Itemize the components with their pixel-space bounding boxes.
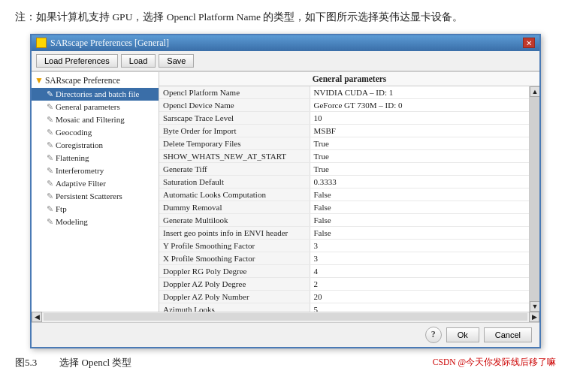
param-value-11: False [310, 226, 529, 239]
load-preferences-button[interactable]: Load Preferences [36, 54, 118, 68]
figure-number: 图5.3 [15, 356, 37, 369]
table-row: Doppler RG Poly Degree4 [159, 264, 529, 277]
param-value-16: 20 [310, 290, 529, 303]
table-row: Azimuth Looks5 [159, 303, 529, 312]
tree-item-icon-2: ✎ [47, 115, 53, 125]
param-value-0: NVIDIA CUDA – ID: 1 [310, 86, 529, 99]
table-row: X Profile Smoothing Factor3 [159, 252, 529, 264]
param-name-16: Doppler AZ Poly Number [159, 290, 310, 303]
figure-description: 选择 Opencl 类型 [59, 356, 131, 369]
tree-item-icon-10: ✎ [47, 217, 53, 227]
param-name-6: Generate Tiff [159, 162, 310, 175]
tree-item-adaptive-filter[interactable]: ✎ Adaptive Filter [32, 177, 159, 190]
param-name-0: Opencl Platform Name [159, 86, 310, 99]
tree-item-coregistration[interactable]: ✎ Coregistration [32, 139, 159, 152]
table-row: Delete Temporary FilesTrue [159, 137, 529, 149]
dialog-title: SARscape Preferences [General] [50, 38, 169, 49]
table-row: Insert geo points info in ENVI headerFal… [159, 226, 529, 239]
param-name-5: SHOW_WHATS_NEW_AT_START [159, 149, 310, 162]
tree-item-label-10: Modeling [56, 217, 88, 226]
tree-item-ftp[interactable]: ✎ Ftp [32, 203, 159, 216]
param-name-9: Dummy Removal [159, 201, 310, 213]
scroll-down-button[interactable]: ▼ [530, 301, 539, 312]
params-scrollbar[interactable]: ▲ ▼ [529, 86, 539, 312]
tree-item-directories[interactable]: ✎ Directories and batch file [32, 88, 159, 101]
hscroll-track [44, 313, 527, 321]
param-name-12: Y Profile Smoothing Factor [159, 239, 310, 252]
param-value-10: False [310, 213, 529, 226]
tree-item-icon-1: ✎ [47, 102, 53, 112]
save-button[interactable]: Save [159, 54, 194, 68]
tree-item-general[interactable]: ✎ General parameters [32, 101, 159, 113]
param-name-2: Sarscape Trace Level [159, 111, 310, 124]
tree-item-geocoding[interactable]: ✎ Geocoding [32, 126, 159, 139]
table-row: Opencl Platform NameNVIDIA CUDA – ID: 1 [159, 86, 529, 99]
scroll-up-button[interactable]: ▲ [530, 86, 539, 97]
tree-item-modeling[interactable]: ✎ Modeling [32, 216, 159, 228]
param-value-14: 4 [310, 264, 529, 277]
ok-button[interactable]: Ok [446, 327, 479, 342]
table-row: Generate TiffTrue [159, 162, 529, 175]
tree-item-label-2: Mosaic and Filtering [56, 115, 125, 124]
tree-item-label-8: Persistent Scatterers [56, 191, 122, 201]
dialog-close-button[interactable]: ✕ [523, 38, 535, 48]
table-row: Opencl Device NameGeForce GT 730M – ID: … [159, 98, 529, 111]
param-value-6: True [310, 162, 529, 175]
figure-caption: 图5.3 选择 Opencl 类型 CSDN @今天你发际线后移了嘛 [15, 356, 556, 369]
help-button[interactable]: ? [425, 327, 442, 343]
param-value-9: False [310, 201, 529, 213]
dialog-bottombar: ? Ok Cancel [32, 322, 539, 347]
table-row: SHOW_WHATS_NEW_AT_STARTTrue [159, 149, 529, 162]
param-value-17: 5 [310, 303, 529, 312]
table-row: Generate MultilookFalse [159, 213, 529, 226]
caption-left: 图5.3 选择 Opencl 类型 [15, 356, 131, 369]
tree-item-flattening[interactable]: ✎ Flattening [32, 152, 159, 164]
param-name-13: X Profile Smoothing Factor [159, 252, 310, 264]
cancel-button[interactable]: Cancel [484, 327, 532, 342]
tree-item-icon-0: ✎ [47, 89, 53, 99]
param-value-8: False [310, 188, 529, 201]
params-table: Opencl Platform NameNVIDIA CUDA – ID: 1O… [159, 86, 529, 312]
tree-item-label-7: Adaptive Filter [56, 179, 106, 188]
hscroll-left-button[interactable]: ◀ [32, 312, 42, 322]
tree-item-label-1: General parameters [56, 102, 120, 111]
figure-source: CSDN @今天你发际线后移了嘛 [433, 357, 556, 368]
param-name-3: Byte Order for Import [159, 124, 310, 137]
param-name-14: Doppler RG Poly Degree [159, 264, 310, 277]
table-row: Byte Order for ImportMSBF [159, 124, 529, 137]
param-name-1: Opencl Device Name [159, 98, 310, 111]
dialog-toolbar: Load Preferences Load Save [32, 51, 539, 71]
param-value-12: 3 [310, 239, 529, 252]
tree-item-label-9: Ftp [56, 204, 67, 213]
tree-item-icon-3: ✎ [47, 128, 53, 137]
table-row: Dummy RemovalFalse [159, 201, 529, 213]
param-value-1: GeForce GT 730M – ID: 0 [310, 98, 529, 111]
table-row: Automatic Looks ComputationFalse [159, 188, 529, 201]
tree-item-label-0: Directories and batch file [56, 89, 139, 98]
table-row: Sarscape Trace Level10 [159, 111, 529, 124]
tree-item-icon-5: ✎ [47, 153, 53, 163]
param-name-11: Insert geo points info in ENVI header [159, 226, 310, 239]
tree-root: ▼ SARscape Preference [32, 74, 159, 88]
param-value-15: 2 [310, 277, 529, 290]
tree-item-icon-4: ✎ [47, 140, 53, 150]
tree-item-persistent-scatterers[interactable]: ✎ Persistent Scatterers [32, 190, 159, 203]
table-row: Doppler AZ Poly Degree2 [159, 277, 529, 290]
tree-item-icon-8: ✎ [47, 191, 53, 201]
params-header: General parameters [159, 72, 539, 86]
note-paragraph: 注：如果计算机支持 GPU，选择 Opencl Platform Name 的类… [15, 9, 556, 26]
tree-root-icon: ▼ [35, 75, 44, 86]
load-button[interactable]: Load [121, 54, 156, 68]
param-name-15: Doppler AZ Poly Degree [159, 277, 310, 290]
params-panel: Opencl Platform NameNVIDIA CUDA – ID: 1O… [159, 86, 529, 312]
tree-item-mosaic[interactable]: ✎ Mosaic and Filtering [32, 113, 159, 126]
param-name-7: Saturation Default [159, 175, 310, 188]
param-value-13: 3 [310, 252, 529, 264]
tree-item-interferometry[interactable]: ✎ Interferometry [32, 164, 159, 177]
tree-item-label-3: Geocoding [56, 128, 92, 137]
param-name-17: Azimuth Looks [159, 303, 310, 312]
dialog-window: SARscape Preferences [General] ✕ Load Pr… [30, 34, 541, 348]
param-name-8: Automatic Looks Computation [159, 188, 310, 201]
param-name-10: Generate Multilook [159, 213, 310, 226]
hscroll-right-button[interactable]: ▶ [529, 312, 539, 322]
